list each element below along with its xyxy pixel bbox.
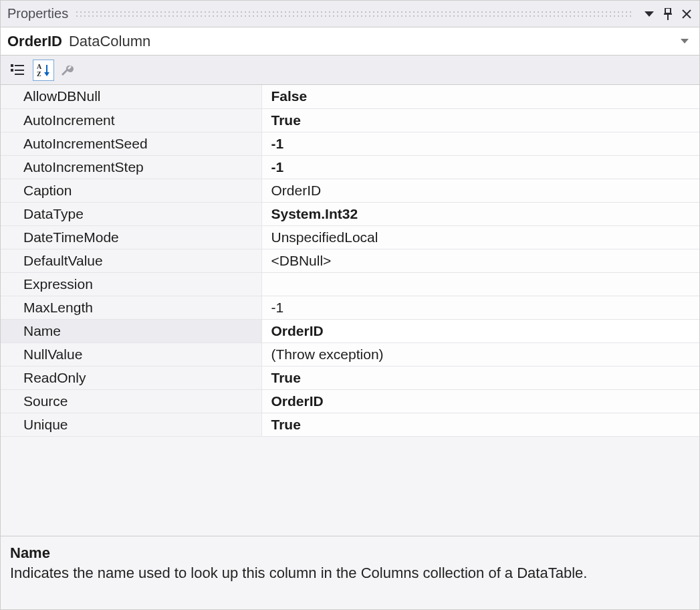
property-row[interactable]: AutoIncrementSeed-1	[1, 132, 699, 155]
alphabetical-button[interactable]: A Z	[33, 60, 54, 81]
svg-rect-7	[11, 64, 13, 67]
property-row[interactable]: AutoIncrementStep-1	[1, 155, 699, 179]
window-menu-button[interactable]	[640, 5, 658, 23]
property-value[interactable]	[261, 272, 699, 296]
object-header[interactable]: OrderID DataColumn	[1, 27, 699, 56]
property-value[interactable]: OrderID	[261, 179, 699, 202]
property-value[interactable]: True	[261, 366, 699, 389]
properties-panel: Properties OrderID DataColumn	[0, 0, 700, 610]
alphabetical-sort-icon: A Z	[36, 63, 51, 78]
property-name: DataType	[1, 202, 261, 225]
property-name: AutoIncrement	[1, 108, 261, 132]
property-row[interactable]: UniqueTrue	[1, 413, 699, 436]
svg-text:Z: Z	[37, 70, 41, 78]
property-value[interactable]: UnspecifiedLocal	[261, 225, 699, 249]
property-value[interactable]: -1	[261, 155, 699, 179]
close-button[interactable]	[678, 5, 695, 23]
property-value[interactable]: False	[261, 85, 699, 108]
panel-title: Properties	[7, 6, 68, 21]
svg-rect-9	[11, 69, 13, 72]
property-row[interactable]: SourceOrderID	[1, 389, 699, 413]
property-name: Caption	[1, 179, 261, 202]
property-row[interactable]: NullValue(Throw exception)	[1, 342, 699, 366]
svg-marker-0	[645, 11, 654, 17]
property-row[interactable]: AllowDBNullFalse	[1, 85, 699, 108]
pin-button[interactable]	[659, 5, 677, 23]
description-pane: Name Indicates the name used to look up …	[1, 536, 699, 609]
property-row[interactable]: Expression	[1, 272, 699, 296]
property-value[interactable]: OrderID	[261, 319, 699, 342]
property-name: Source	[1, 389, 261, 413]
property-row[interactable]: DefaultValue<DBNull>	[1, 249, 699, 272]
property-value[interactable]: System.Int32	[261, 202, 699, 225]
titlebar-grip[interactable]	[75, 10, 632, 18]
property-pages-button[interactable]	[58, 60, 80, 81]
property-name: NullValue	[1, 342, 261, 366]
property-row[interactable]: DateTimeModeUnspecifiedLocal	[1, 225, 699, 249]
property-row[interactable]: DataTypeSystem.Int32	[1, 202, 699, 225]
pin-icon	[663, 8, 673, 20]
panel-titlebar: Properties	[1, 1, 699, 27]
object-type: DataColumn	[69, 33, 150, 50]
wrench-icon	[61, 63, 77, 78]
property-name: DefaultValue	[1, 249, 261, 272]
property-name: DateTimeMode	[1, 225, 261, 249]
property-name: AllowDBNull	[1, 85, 261, 108]
svg-marker-6	[681, 39, 689, 43]
property-value[interactable]: <DBNull>	[261, 249, 699, 272]
property-row[interactable]: CaptionOrderID	[1, 179, 699, 202]
property-name: ReadOnly	[1, 366, 261, 389]
property-name: Name	[1, 319, 261, 342]
property-name: AutoIncrementStep	[1, 155, 261, 179]
properties-toolbar: A Z	[1, 56, 699, 85]
property-name: Unique	[1, 413, 261, 436]
categorized-icon	[11, 64, 25, 77]
property-value[interactable]: (Throw exception)	[261, 342, 699, 366]
close-icon	[681, 9, 692, 19]
property-name: MaxLength	[1, 296, 261, 319]
description-text: Indicates the name used to look up this …	[10, 565, 690, 582]
property-value[interactable]: True	[261, 108, 699, 132]
property-grid[interactable]: AllowDBNullFalseAutoIncrementTrueAutoInc…	[1, 85, 699, 536]
categorized-button[interactable]	[7, 60, 29, 81]
description-title: Name	[10, 544, 690, 562]
property-value[interactable]: -1	[261, 132, 699, 155]
property-row[interactable]: NameOrderID	[1, 319, 699, 342]
chevron-down-icon	[645, 11, 654, 17]
property-value[interactable]: OrderID	[261, 389, 699, 413]
property-value[interactable]: True	[261, 413, 699, 436]
property-value[interactable]: -1	[261, 296, 699, 319]
property-row[interactable]: ReadOnlyTrue	[1, 366, 699, 389]
property-row[interactable]: MaxLength-1	[1, 296, 699, 319]
svg-marker-15	[44, 72, 49, 76]
chevron-down-icon	[681, 39, 689, 44]
svg-rect-1	[665, 8, 671, 13]
property-name: Expression	[1, 272, 261, 296]
property-row[interactable]: AutoIncrementTrue	[1, 108, 699, 132]
object-dropdown-button[interactable]	[677, 33, 693, 49]
property-name: AutoIncrementSeed	[1, 132, 261, 155]
object-name: OrderID	[7, 33, 62, 50]
svg-text:A: A	[37, 63, 42, 70]
